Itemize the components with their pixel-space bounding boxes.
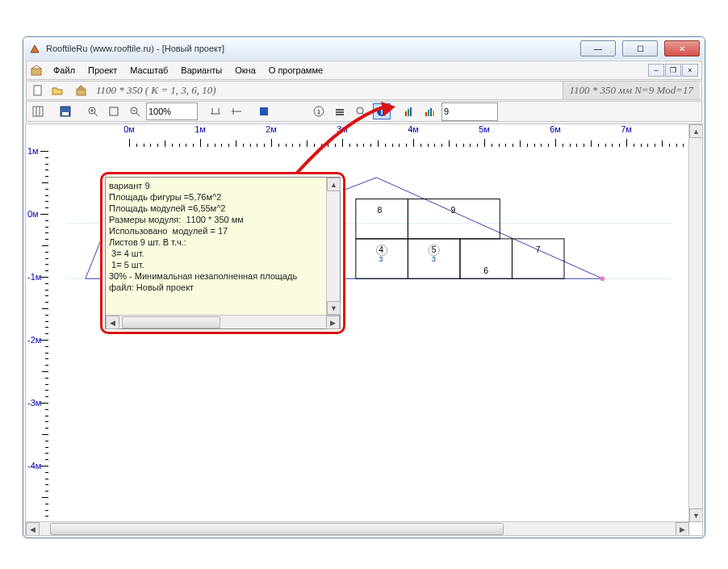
svg-rect-31 — [425, 112, 427, 116]
callout-arrow — [291, 102, 395, 182]
open-file-button[interactable] — [48, 82, 66, 98]
new-file-button[interactable] — [29, 82, 47, 98]
window-title: RooftileRu (www.rooftile.ru) - [Новый пр… — [46, 44, 224, 53]
svg-rect-33 — [430, 108, 432, 116]
menubar: Файл Проект Масштаб Варианты Окна О прог… — [26, 61, 702, 80]
svg-rect-3 — [33, 107, 43, 116]
module-note: 1100 * 350 ( K = 1, 3, 6, 10) — [96, 84, 216, 97]
svg-rect-34 — [433, 111, 434, 116]
zoom-out-button[interactable] — [126, 103, 144, 119]
variant-select[interactable] — [441, 103, 498, 121]
menu-about[interactable]: О программе — [263, 64, 328, 77]
modules: 8 9 4 3 5 3 6 7 — [356, 199, 564, 279]
info-scrollbar-horizontal-thumb[interactable] — [122, 316, 220, 328]
toolbar-primary: 1100 * 350 ( K = 1, 3, 6, 10) 1100 * 350… — [26, 81, 702, 100]
menu-project[interactable]: Проект — [82, 64, 123, 77]
svg-text:6: 6 — [483, 266, 488, 275]
ruler-vertical: 1м0м-1м-2м-3м-4м — [26, 147, 49, 522]
bar-chart2-button[interactable] — [421, 103, 439, 119]
project-tool-button[interactable] — [73, 82, 90, 98]
menu-windows[interactable]: Окна — [229, 64, 261, 77]
info-scroll-down-button[interactable]: ▼ — [327, 301, 341, 315]
svg-rect-12 — [110, 107, 118, 115]
color-tool-button[interactable] — [255, 103, 273, 119]
scrollbar-horizontal-thumb[interactable] — [50, 523, 504, 535]
dimension-tool1-button[interactable] — [207, 103, 224, 119]
svg-rect-30 — [410, 107, 412, 116]
svg-rect-28 — [405, 111, 407, 116]
scroll-right-button[interactable]: ▶ — [676, 522, 689, 536]
bar-chart-button[interactable] — [400, 103, 418, 119]
scroll-left-button[interactable]: ◀ — [26, 522, 40, 536]
child-minimize-button[interactable]: – — [648, 64, 664, 77]
svg-rect-2 — [77, 90, 86, 95]
scrollbar-horizontal[interactable]: ◀ ▶ — [26, 521, 689, 535]
zoom-fit-button[interactable] — [105, 103, 123, 119]
child-restore-button[interactable]: ❐ — [665, 64, 681, 77]
info-scroll-left-button[interactable]: ◀ — [106, 316, 119, 329]
info-popup: вариант 9 Площадь фигуры =5,76м^2 Площад… — [105, 177, 341, 329]
svg-rect-32 — [428, 110, 429, 116]
scroll-up-button[interactable]: ▲ — [689, 124, 703, 138]
info-scrollbar-horizontal[interactable]: ◀ ▶ — [106, 315, 340, 328]
svg-text:5: 5 — [432, 245, 437, 254]
info-scroll-up-button[interactable]: ▲ — [327, 178, 341, 191]
zoom-select[interactable] — [146, 103, 198, 120]
scroll-down-button[interactable]: ▼ — [689, 508, 703, 522]
svg-rect-1 — [34, 86, 41, 95]
svg-text:3: 3 — [432, 254, 436, 263]
svg-line-14 — [136, 113, 140, 116]
app-icon — [28, 42, 41, 55]
svg-text:8: 8 — [377, 206, 382, 215]
svg-rect-21 — [260, 107, 268, 115]
menu-file[interactable]: Файл — [48, 64, 81, 77]
svg-rect-29 — [408, 109, 409, 116]
menu-variants[interactable]: Варианты — [175, 64, 228, 77]
svg-point-53 — [600, 276, 605, 281]
titlebar: RooftileRu (www.rooftile.ru) - [Новый пр… — [23, 37, 705, 60]
close-button[interactable]: ✕ — [664, 40, 700, 56]
svg-text:4: 4 — [379, 245, 383, 254]
info-popup-highlight: вариант 9 Площадь фигуры =5,76м^2 Площад… — [100, 172, 345, 334]
info-text: вариант 9 Площадь фигуры =5,76м^2 Площад… — [106, 178, 340, 328]
child-close-button[interactable]: × — [682, 64, 698, 77]
menu-app-icon — [30, 64, 43, 77]
menu-scale[interactable]: Масштаб — [124, 64, 174, 77]
svg-line-9 — [94, 113, 98, 116]
svg-text:7: 7 — [536, 245, 541, 254]
dimension-tool2-button[interactable] — [228, 103, 245, 119]
minimize-button[interactable]: — — [580, 40, 616, 56]
svg-rect-7 — [62, 112, 69, 115]
info-scrollbar-vertical[interactable]: ▲ ▼ — [326, 178, 340, 315]
zoom-in-button[interactable] — [84, 103, 102, 119]
svg-text:9: 9 — [451, 206, 456, 215]
scrollbar-vertical[interactable]: ▲ ▼ — [688, 124, 702, 522]
grid-tool-button[interactable] — [29, 103, 47, 119]
svg-text:3: 3 — [379, 254, 383, 263]
status-right: 1100 * 350 мм N=9 Mod=17 — [563, 82, 700, 99]
maximize-button[interactable]: ☐ — [622, 40, 658, 56]
svg-rect-0 — [31, 69, 41, 75]
info-scroll-right-button[interactable]: ▶ — [326, 316, 340, 329]
save-button[interactable] — [56, 103, 74, 119]
